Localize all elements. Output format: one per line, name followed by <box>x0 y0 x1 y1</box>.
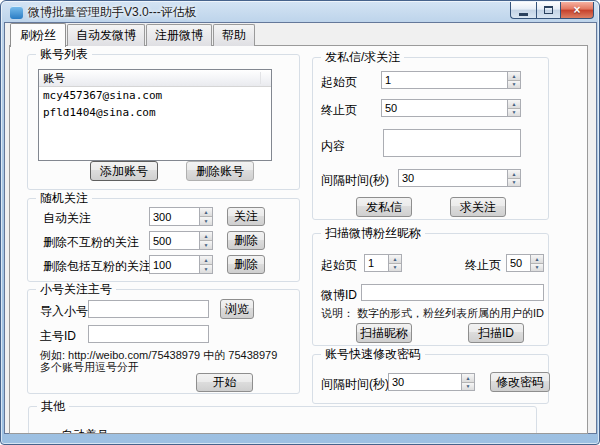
app-window: 微博批量管理助手V3.0---评估板 × 刷粉丝 自动发微博 注册微博 帮助 账… <box>0 0 600 445</box>
start-page-spinner: ▲▼ <box>381 71 521 89</box>
start-page-label: 起始页 <box>321 74 357 91</box>
tab-bar: 刷粉丝 自动发微博 注册微博 帮助 <box>10 27 256 46</box>
spin-down-icon[interactable]: ▼ <box>508 179 520 187</box>
scan-id-button[interactable]: 扫描ID <box>468 323 524 343</box>
group-random-follow: 随机关注 自动关注 ▲▼ 关注 删除不互粉的关注 ▲▼ 删除 删除包括互粉的关注… <box>27 198 300 282</box>
spin-down-icon[interactable]: ▼ <box>200 241 212 249</box>
follow-button[interactable]: 关注 <box>227 207 265 226</box>
pwd-interval-spinner: ▲▼ <box>388 373 475 391</box>
account-list-item[interactable]: pfld1404@sina.com <box>39 104 271 121</box>
spin-up-icon[interactable]: ▲ <box>200 256 212 265</box>
scan-note: 说明： 数字的形式，粉丝列表所属的用户的ID <box>321 306 544 321</box>
delete-nonmutual-input[interactable] <box>149 231 199 250</box>
send-pm-button[interactable]: 发私信 <box>356 197 412 217</box>
spin-down-icon[interactable]: ▼ <box>508 81 520 89</box>
group-title: 账号列表 <box>36 47 92 62</box>
spin-up-icon[interactable]: ▲ <box>508 100 520 109</box>
group-title: 发私信/求关注 <box>321 50 404 65</box>
tab-help[interactable]: 帮助 <box>213 24 255 46</box>
minimize-button[interactable] <box>510 2 536 19</box>
end-page-input[interactable] <box>381 99 507 117</box>
delete-all-button[interactable]: 删除 <box>227 255 265 274</box>
end-page-spinner: ▲▼ <box>381 99 521 117</box>
interval-spinner: ▲▼ <box>398 169 521 187</box>
window-title: 微博批量管理助手V3.0---评估板 <box>28 4 197 21</box>
pwd-interval-input[interactable] <box>388 373 461 391</box>
auto-follow-label: 自动关注 <box>43 210 91 227</box>
example-note-line2: 多个账号用逗号分开 <box>40 360 139 375</box>
auto-nurture-label: 自动养号 <box>61 427 109 434</box>
auto-follow-spinner: ▲▼ <box>149 207 213 226</box>
delete-all-input[interactable] <box>149 255 199 274</box>
account-listview[interactable]: 账号 mcy457367@sina.com pfld1404@sina.com <box>38 69 272 161</box>
group-private-message: 发私信/求关注 起始页 ▲▼ 终止页 ▲▼ 内容 间隔时间(秒) ▲▼ 发私信 … <box>312 57 549 220</box>
pwd-interval-label: 间隔时间(秒) <box>321 376 389 393</box>
group-title: 其他 <box>37 399 69 414</box>
group-scan-fans: 扫描微博粉丝昵称 起始页 ▲▼ 终止页 ▲▼ 微博ID 说明： 数字的形式，粉丝… <box>312 233 549 346</box>
delete-all-label: 删除包括互粉的关注 <box>43 258 151 275</box>
window-controls: × <box>510 2 594 19</box>
spin-up-icon[interactable]: ▲ <box>531 255 543 264</box>
tab-page-brush-fans: 账号列表 账号 mcy457367@sina.com pfld1404@sina… <box>9 45 588 434</box>
group-title: 扫描微博粉丝昵称 <box>321 226 425 241</box>
account-list-item[interactable]: mcy457367@sina.com <box>39 87 271 104</box>
spin-up-icon[interactable]: ▲ <box>462 374 474 383</box>
tab-brush-fans[interactable]: 刷粉丝 <box>10 23 66 47</box>
tab-register-weibo[interactable]: 注册微博 <box>146 24 212 46</box>
end-page-label: 终止页 <box>321 102 357 119</box>
spin-down-icon[interactable]: ▼ <box>462 383 474 391</box>
delete-nonmutual-label: 删除不互粉的关注 <box>43 234 139 251</box>
spin-up-icon[interactable]: ▲ <box>389 255 401 264</box>
browse-button[interactable]: 浏览 <box>220 299 254 319</box>
weibo-id-input[interactable] <box>361 284 544 301</box>
scan-start-page-label: 起始页 <box>321 257 357 274</box>
auto-follow-input[interactable] <box>149 207 199 226</box>
spin-down-icon[interactable]: ▼ <box>508 109 520 117</box>
spin-up-icon[interactable]: ▲ <box>200 232 212 241</box>
main-id-input[interactable] <box>88 325 209 343</box>
spin-down-icon[interactable]: ▼ <box>200 265 212 273</box>
tab-auto-post[interactable]: 自动发微博 <box>67 24 145 46</box>
scan-start-page-input[interactable] <box>364 254 388 272</box>
group-change-password: 账号快速修改密码 间隔时间(秒) ▲▼ 修改密码 <box>312 354 549 404</box>
spin-up-icon[interactable]: ▲ <box>200 208 212 217</box>
spin-up-icon[interactable]: ▲ <box>508 72 520 81</box>
scan-end-page-input[interactable] <box>506 254 530 272</box>
change-password-button[interactable]: 修改密码 <box>490 372 550 392</box>
scan-end-page-label: 终止页 <box>465 257 501 274</box>
delete-account-button[interactable]: 删除账号 <box>186 161 254 181</box>
start-button[interactable]: 开始 <box>196 373 253 392</box>
close-icon: × <box>573 3 580 17</box>
import-sub-label: 导入小号 <box>40 303 88 320</box>
scan-end-page-spinner: ▲▼ <box>506 254 544 272</box>
minimize-icon <box>519 13 528 16</box>
scan-start-page-spinner: ▲▼ <box>364 254 402 272</box>
spin-down-icon[interactable]: ▼ <box>389 264 401 272</box>
interval-label: 间隔时间(秒) <box>321 172 389 189</box>
group-title: 账号快速修改密码 <box>321 347 425 362</box>
add-account-button[interactable]: 添加账号 <box>90 161 158 181</box>
weibo-id-label: 微博ID <box>321 287 357 304</box>
content-label: 内容 <box>321 138 345 155</box>
spin-down-icon[interactable]: ▼ <box>531 264 543 272</box>
scan-nickname-button[interactable]: 扫描昵称 <box>356 323 412 343</box>
group-title: 小号关注主号 <box>36 282 116 297</box>
delete-all-spinner: ▲▼ <box>149 255 213 274</box>
content-textarea[interactable] <box>383 129 521 157</box>
ask-follow-button[interactable]: 求关注 <box>450 197 506 217</box>
close-button[interactable]: × <box>561 2 594 19</box>
account-column-header[interactable]: 账号 <box>39 70 271 87</box>
spin-up-icon[interactable]: ▲ <box>508 170 520 179</box>
interval-input[interactable] <box>398 169 507 187</box>
spin-down-icon[interactable]: ▼ <box>200 217 212 225</box>
delete-nonmutual-spinner: ▲▼ <box>149 231 213 250</box>
maximize-icon <box>544 6 553 14</box>
import-sub-input[interactable] <box>88 300 209 318</box>
main-id-label: 主号ID <box>40 328 76 345</box>
group-other: 其他 自动养号 <box>28 406 537 434</box>
delete-nonmutual-button[interactable]: 删除 <box>227 231 265 250</box>
group-sub-follow-main: 小号关注主号 导入小号 浏览 主号ID 例如: http://weibo.com… <box>27 289 300 394</box>
group-account-list: 账号列表 账号 mcy457367@sina.com pfld1404@sina… <box>27 54 300 190</box>
maximize-button[interactable] <box>536 2 561 19</box>
start-page-input[interactable] <box>381 71 507 89</box>
